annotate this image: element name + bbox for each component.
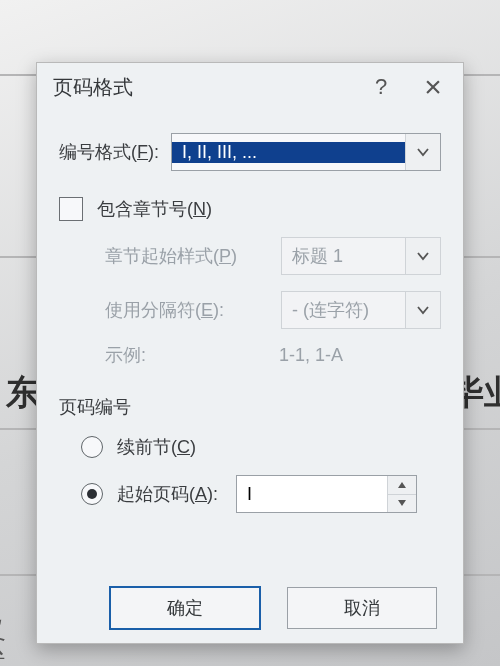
example-label: 示例: (105, 343, 279, 367)
spin-up-button[interactable] (388, 476, 416, 494)
chevron-down-icon (405, 238, 440, 274)
bg-text-left: 东 (6, 370, 40, 416)
number-format-row: 编号格式(F): I, II, III, ... (59, 133, 441, 171)
include-chapter-row[interactable]: 包含章节号(N) (59, 197, 441, 221)
page-number-format-dialog: 页码格式 ? × 编号格式(F): I, II, III, ... 包含章节号(… (36, 62, 464, 644)
start-at-row[interactable]: 起始页码(A): (81, 475, 441, 513)
example-row: 示例: 1-1, 1-A (59, 343, 441, 367)
chapter-start-label: 章节起始样式(P) (105, 244, 237, 268)
chapter-start-select: 标题 1 (281, 237, 441, 275)
help-button[interactable]: ? (355, 63, 407, 111)
continue-label: 续前节(C) (117, 435, 196, 459)
titlebar: 页码格式 ? × (37, 63, 463, 111)
page-numbering-section: 页码编号 (59, 395, 441, 419)
chevron-down-icon (405, 292, 440, 328)
start-at-spinner[interactable] (236, 475, 417, 513)
dialog-title: 页码格式 (53, 74, 355, 101)
include-chapter-label: 包含章节号(N) (97, 197, 212, 221)
start-at-label: 起始页码(A): (117, 482, 218, 506)
separator-label: 使用分隔符(E): (105, 298, 224, 322)
separator-row: 使用分隔符(E): - (连字符) (59, 291, 441, 329)
ok-button[interactable]: 确定 (109, 586, 261, 630)
number-format-select[interactable]: I, II, III, ... (171, 133, 441, 171)
spin-down-button[interactable] (388, 494, 416, 513)
chevron-down-icon[interactable] (405, 134, 440, 170)
include-chapter-checkbox[interactable] (59, 197, 83, 221)
number-format-label: 编号格式(F): (59, 140, 159, 164)
close-button[interactable]: × (407, 63, 459, 111)
example-value: 1-1, 1-A (279, 345, 343, 366)
chapter-start-row: 章节起始样式(P) 标题 1 (59, 237, 441, 275)
continue-row[interactable]: 续前节(C) (81, 435, 441, 459)
start-at-radio[interactable] (81, 483, 103, 505)
continue-radio[interactable] (81, 436, 103, 458)
cancel-button[interactable]: 取消 (287, 587, 437, 629)
start-at-input[interactable] (237, 476, 387, 512)
separator-select: - (连字符) (281, 291, 441, 329)
dialog-footer: 确定 取消 (37, 573, 463, 643)
